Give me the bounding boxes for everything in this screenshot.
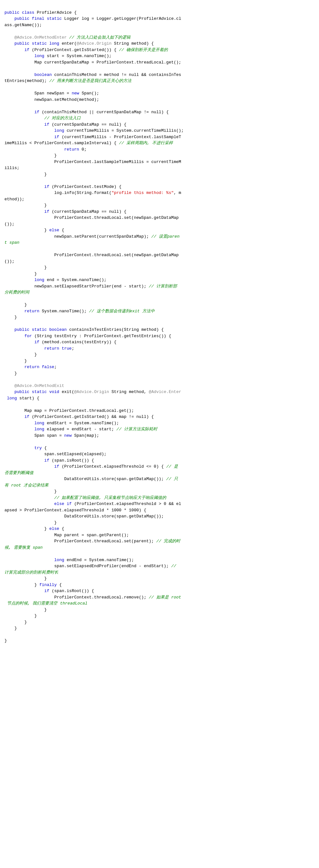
code-content: public class ProfilerAdvice { public fin…	[4, 3, 315, 644]
